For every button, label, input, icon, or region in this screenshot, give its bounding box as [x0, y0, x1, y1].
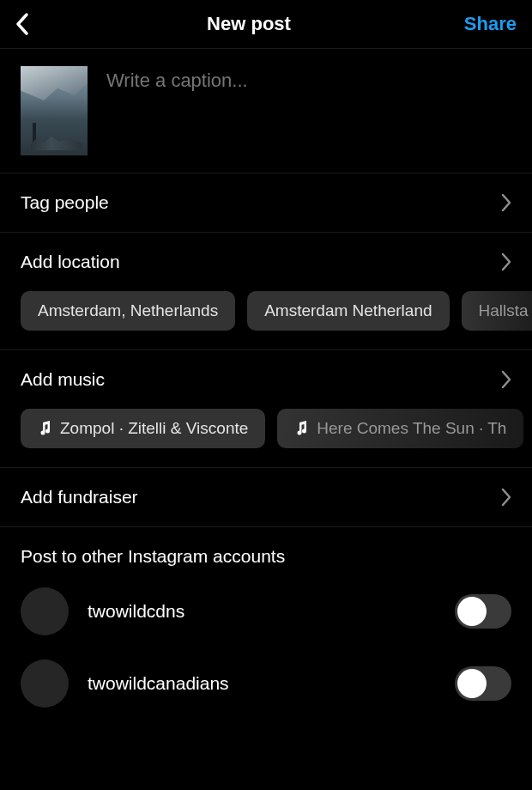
account-username: twowildcdns — [88, 601, 184, 622]
toggle-knob — [457, 597, 487, 626]
account-row: twowildcanadians — [0, 647, 532, 720]
add-fundraiser-label: Add fundraiser — [21, 487, 138, 507]
chevron-left-icon — [15, 12, 29, 36]
music-note-icon — [294, 421, 308, 436]
share-button[interactable]: Share — [448, 13, 517, 35]
chevron-right-icon — [501, 370, 511, 389]
add-fundraiser-row[interactable]: Add fundraiser — [0, 468, 532, 526]
music-chip[interactable]: Here Comes The Sun · Th — [277, 409, 523, 448]
avatar — [21, 659, 69, 708]
music-chip-label: Here Comes The Sun · Th — [317, 419, 506, 438]
tag-people-label: Tag people — [21, 192, 109, 213]
location-chip[interactable]: Hallsta — [462, 291, 532, 331]
tag-people-row[interactable]: Tag people — [0, 173, 532, 232]
add-location-section: Add location Amsterdam, Netherlands Amst… — [0, 232, 532, 349]
back-button[interactable] — [15, 12, 50, 36]
location-suggestions: Amsterdam, Netherlands Amsterdam Netherl… — [0, 291, 532, 349]
chevron-right-icon — [501, 488, 511, 507]
caption-area — [0, 49, 532, 173]
chevron-right-icon — [501, 193, 511, 212]
add-music-row[interactable]: Add music — [0, 350, 532, 409]
caption-input[interactable] — [106, 66, 511, 92]
music-note-icon — [38, 421, 51, 436]
add-location-row[interactable]: Add location — [0, 233, 532, 291]
music-suggestions: Zompol · Zitelli & Visconte Here Comes T… — [0, 409, 532, 467]
add-music-section: Add music Zompol · Zitelli & Visconte He… — [0, 349, 532, 467]
tag-people-section: Tag people — [0, 173, 532, 232]
post-thumbnail[interactable] — [21, 66, 88, 155]
page-title: New post — [50, 13, 448, 35]
account-toggle[interactable] — [455, 666, 511, 701]
toggle-knob — [457, 669, 487, 698]
add-music-label: Add music — [21, 369, 105, 390]
crosspost-section: Post to other Instagram accounts twowild… — [0, 526, 532, 720]
location-chip[interactable]: Amsterdam, Netherlands — [21, 291, 235, 331]
account-row: twowildcdns — [0, 575, 532, 647]
location-chip[interactable]: Amsterdam Netherland — [247, 291, 449, 331]
add-fundraiser-section: Add fundraiser — [0, 467, 532, 526]
account-toggle[interactable] — [455, 594, 511, 629]
music-chip[interactable]: Zompol · Zitelli & Visconte — [21, 409, 265, 448]
chevron-right-icon — [501, 252, 511, 271]
music-chip-label: Zompol · Zitelli & Visconte — [60, 419, 248, 438]
add-location-label: Add location — [21, 252, 120, 272]
header: New post Share — [0, 0, 532, 49]
crosspost-heading: Post to other Instagram accounts — [0, 527, 532, 575]
avatar — [21, 587, 69, 635]
account-username: twowildcanadians — [88, 673, 229, 694]
